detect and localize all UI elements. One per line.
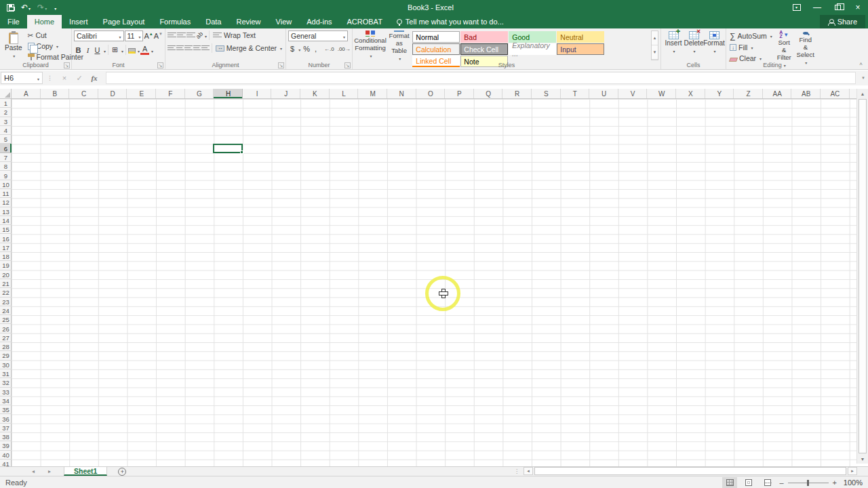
formula-input[interactable] (106, 72, 856, 84)
italic-button[interactable]: I (83, 46, 92, 54)
row-header-26[interactable]: 26 (0, 324, 12, 333)
share-button[interactable]: Share (820, 15, 865, 28)
cell-style-bad[interactable]: Bad (460, 31, 508, 43)
format-cells-button[interactable]: Format (704, 30, 724, 60)
page-break-view-button[interactable] (760, 477, 775, 488)
row-header-1[interactable]: 1 (0, 99, 12, 108)
save-icon[interactable] (7, 4, 14, 12)
ribbon-tab-insert[interactable]: Insert (62, 15, 96, 28)
bold-button[interactable]: B (74, 46, 83, 54)
row-header-25[interactable]: 25 (0, 315, 12, 324)
row-header-5[interactable]: 5 (0, 135, 12, 144)
ribbon-tab-review[interactable]: Review (229, 15, 268, 28)
fill-handle[interactable] (240, 150, 243, 154)
clipboard-dialog-launcher[interactable]: ↘ (64, 62, 70, 68)
sheet-tab-sheet1[interactable]: Sheet1 (64, 467, 107, 476)
row-header-2[interactable]: 2 (0, 108, 12, 117)
row-header-10[interactable]: 10 (0, 180, 12, 189)
increase-decimal-icon[interactable]: ←.0 (323, 46, 336, 52)
row-header-36[interactable]: 36 (0, 414, 12, 423)
column-header-AB[interactable]: AB (791, 89, 821, 98)
cell-style-explanatory[interactable]: Explanatory ... (509, 43, 556, 55)
row-header-29[interactable]: 29 (0, 351, 12, 360)
increase-indent-icon[interactable] (201, 45, 210, 52)
column-header-AA[interactable]: AA (763, 89, 792, 98)
column-header-T[interactable]: T (561, 89, 590, 98)
restore-button[interactable] (827, 0, 848, 15)
column-header-O[interactable]: O (416, 89, 446, 98)
column-header-M[interactable]: M (358, 89, 387, 98)
increase-font-icon[interactable]: A▲ (144, 32, 153, 40)
number-dialog-launcher[interactable]: ↘ (344, 62, 351, 68)
paste-button[interactable]: Paste (2, 30, 25, 60)
zoom-slider-handle[interactable] (807, 480, 809, 486)
alignment-dialog-launcher[interactable]: ↘ (278, 62, 284, 68)
align-right-icon[interactable] (184, 45, 193, 52)
row-header-14[interactable]: 14 (0, 216, 12, 225)
row-header-22[interactable]: 22 (0, 288, 12, 297)
cell-style-normal[interactable]: Normal (412, 31, 460, 43)
select-all-button[interactable] (0, 89, 12, 99)
ribbon-tab-home[interactable]: Home (27, 15, 62, 28)
scroll-down-icon[interactable]: ▼ (857, 454, 868, 464)
fill-button[interactable]: ↓Fill (728, 43, 774, 52)
column-header-V[interactable]: V (618, 89, 648, 98)
row-header-41[interactable]: 41 (0, 460, 12, 466)
underline-button[interactable]: U (93, 46, 102, 54)
row-header-27[interactable]: 27 (0, 333, 12, 342)
customize-qat-button[interactable]: ▾ (54, 3, 56, 12)
new-sheet-button[interactable]: + (118, 468, 126, 476)
decrease-font-icon[interactable]: A▼ (154, 32, 163, 40)
align-left-icon[interactable] (167, 45, 176, 52)
scroll-up-icon[interactable]: ▲ (857, 89, 868, 98)
column-header-E[interactable]: E (127, 89, 156, 98)
cancel-icon[interactable]: × (57, 74, 72, 82)
row-header-37[interactable]: 37 (0, 424, 12, 432)
ribbon-tab-file[interactable]: File (0, 15, 27, 28)
merge-center-button[interactable]: Merge & Center (214, 43, 283, 53)
row-header-11[interactable]: 11 (0, 189, 12, 198)
borders-icon[interactable]: ⊞ (111, 45, 119, 54)
row-header-28[interactable]: 28 (0, 342, 12, 351)
number-format-select[interactable]: General (288, 30, 348, 41)
cell-style-neutral[interactable]: Neutral (557, 31, 604, 43)
row-header-9[interactable]: 9 (0, 171, 12, 180)
minimize-button[interactable]: — (807, 0, 827, 15)
sheet-nav-right-icon[interactable]: ▸ (45, 467, 54, 476)
column-header-A[interactable]: A (12, 89, 41, 98)
selected-cell[interactable] (213, 144, 243, 153)
column-header-L[interactable]: L (330, 89, 359, 98)
column-header-H[interactable]: H (214, 89, 243, 98)
undo-button[interactable]: ↶▾ (21, 3, 31, 12)
column-header-AC[interactable]: AC (821, 89, 850, 98)
row-header-16[interactable]: 16 (0, 234, 12, 243)
cell-style-check-cell[interactable]: Check Cell (460, 43, 508, 55)
insert-function-icon[interactable]: fx (87, 74, 102, 82)
column-header-K[interactable]: K (300, 89, 330, 98)
align-top-icon[interactable] (167, 32, 176, 39)
row-header-3[interactable]: 3 (0, 117, 12, 126)
row-header-31[interactable]: 31 (0, 369, 12, 378)
scroll-right-icon[interactable]: ▸ (848, 467, 857, 475)
font-color-icon[interactable]: A (140, 45, 149, 55)
row-header-34[interactable]: 34 (0, 396, 12, 405)
orientation-icon[interactable]: ab (195, 30, 204, 40)
row-header-32[interactable]: 32 (0, 378, 12, 387)
ribbon-display-options-button[interactable] (787, 0, 807, 15)
tell-me-box[interactable]: Tell me what you want to do... (390, 15, 511, 28)
horizontal-scroll-thumb[interactable] (534, 467, 846, 475)
row-header-4[interactable]: 4 (0, 126, 12, 135)
zoom-slider[interactable] (788, 483, 829, 483)
font-dialog-launcher[interactable]: ↘ (157, 62, 163, 68)
close-button[interactable]: × (848, 0, 868, 15)
find-select-button[interactable]: Find & Select (795, 30, 816, 60)
column-header-W[interactable]: W (647, 89, 676, 98)
conditional-formatting-button[interactable]: Conditional Formatting (355, 30, 386, 60)
tab-splitter-handle[interactable]: ⋮ (510, 468, 524, 474)
zoom-level[interactable]: 100% (841, 479, 863, 487)
column-header-F[interactable]: F (156, 89, 185, 98)
fill-color-icon[interactable] (128, 48, 136, 54)
column-header-U[interactable]: U (589, 89, 618, 98)
row-header-13[interactable]: 13 (0, 207, 12, 216)
row-header-23[interactable]: 23 (0, 298, 12, 306)
